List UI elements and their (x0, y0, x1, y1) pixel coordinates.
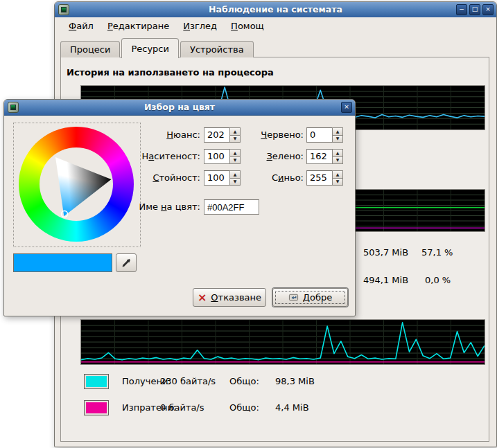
dialog-close-button[interactable]: × (341, 102, 352, 113)
menubar: Файл Редактиране Изглед Помощ (55, 17, 496, 35)
ok-button[interactable]: Добре (272, 288, 348, 307)
cancel-button[interactable]: × Отказване (193, 288, 266, 307)
color-preview (13, 253, 112, 272)
hue-up-button[interactable]: ▲ (229, 127, 241, 136)
sent-color-button[interactable] (84, 400, 109, 415)
hsv-triangle[interactable] (40, 147, 114, 221)
hue-label: Нюанс: (139, 127, 200, 143)
blue-label: Синьо: (243, 170, 304, 186)
received-total-label: Общо: (229, 376, 259, 386)
cpu-history-title: История на използването на процесора (67, 67, 274, 78)
tab-resources[interactable]: Ресурси (121, 38, 179, 58)
value-spinner: 100 ▲▼ (204, 170, 241, 186)
value-up-button[interactable]: ▲ (229, 170, 241, 179)
value-value[interactable]: 100 (204, 170, 229, 186)
red-up-button[interactable]: ▲ (332, 127, 343, 136)
saturation-value[interactable]: 100 (204, 149, 229, 164)
value-label: Стойност: (139, 170, 200, 186)
window-title: Наблюдение на системата (55, 2, 496, 17)
green-up-button[interactable]: ▲ (332, 149, 343, 157)
window-controls: − □ × (456, 4, 494, 15)
eyedropper-button[interactable] (116, 253, 137, 272)
tab-processes[interactable]: Процеси (60, 41, 120, 57)
color-name-label: Име на цвят: (119, 199, 200, 215)
color-picker-dialog: Избор на цвят × (3, 99, 356, 316)
received-rate: 230 байта/s (160, 376, 216, 386)
hue-value[interactable]: 202 (204, 127, 229, 143)
saturation-spinner: 100 ▲▼ (204, 149, 241, 164)
hue-spinner: 202 ▲▼ (204, 127, 241, 143)
dialog-titlebar[interactable]: Избор на цвят × (4, 100, 355, 116)
memory-used-percent: 57,1 % (421, 247, 453, 258)
notebook-tabs: Процеси Ресурси Устройства (60, 37, 491, 57)
memory-used-value: 503,7 MiB (363, 247, 408, 258)
sent-total: 4,4 MiB (275, 402, 309, 413)
maximize-button[interactable]: □ (469, 4, 480, 15)
network-history-chart (80, 319, 485, 365)
menu-help[interactable]: Помощ (225, 19, 270, 33)
red-value[interactable]: 0 (306, 127, 332, 143)
tab-devices[interactable]: Устройства (180, 41, 254, 57)
ok-label: Добре (303, 292, 332, 303)
dialog-title: Избор на цвят (4, 100, 355, 115)
saturation-label: Наситеност: (139, 149, 200, 164)
blue-spinner: 255 ▲▼ (306, 170, 343, 186)
red-down-button[interactable]: ▼ (332, 136, 343, 143)
blue-value[interactable]: 255 (306, 170, 332, 186)
desktop: Наблюдение на системата − □ × Файл Редак… (0, 0, 497, 448)
menu-edit[interactable]: Редактиране (102, 19, 175, 33)
received-color-button[interactable] (84, 374, 109, 389)
red-spinner: 0 ▲▼ (306, 127, 343, 143)
close-button[interactable]: × (482, 4, 494, 15)
green-down-button[interactable]: ▼ (332, 157, 343, 165)
hue-down-button[interactable]: ▼ (229, 136, 241, 143)
received-total: 98,3 MiB (275, 376, 315, 386)
sent-rate: 0 байта/s (160, 402, 204, 413)
eyedropper-icon (121, 258, 132, 269)
main-titlebar[interactable]: Наблюдение на системата − □ × (55, 2, 496, 18)
ok-icon (288, 292, 299, 303)
blue-down-button[interactable]: ▼ (332, 179, 343, 186)
sent-total-label: Общо: (229, 402, 259, 413)
green-value[interactable]: 162 (306, 149, 332, 164)
dialog-controls: × (341, 102, 352, 113)
value-down-button[interactable]: ▼ (229, 179, 241, 186)
swap-used-percent: 0,0 % (425, 275, 451, 285)
swap-total-value: 494,1 MiB (363, 275, 408, 285)
color-name-input[interactable] (204, 199, 259, 215)
cancel-label: Отказване (211, 292, 261, 303)
saturation-down-button[interactable]: ▼ (229, 157, 241, 165)
saturation-up-button[interactable]: ▲ (229, 149, 241, 157)
red-label: Червено: (243, 127, 304, 143)
green-label: Зелено: (243, 149, 304, 164)
green-spinner: 162 ▲▼ (306, 149, 343, 164)
cancel-icon: × (198, 293, 207, 303)
blue-up-button[interactable]: ▲ (332, 170, 343, 179)
minimize-button[interactable]: − (456, 4, 467, 15)
menu-view[interactable]: Изглед (177, 19, 223, 33)
menu-file[interactable]: Файл (63, 19, 99, 33)
